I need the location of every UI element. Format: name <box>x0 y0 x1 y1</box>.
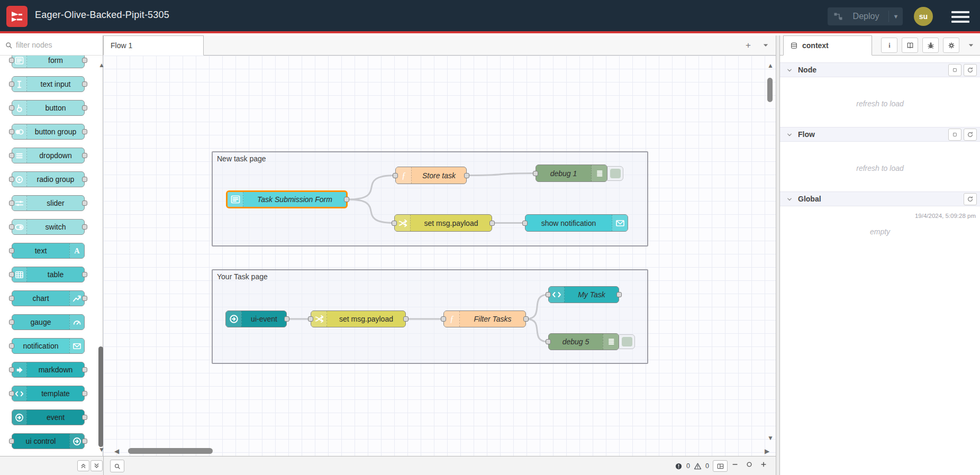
node-input-port[interactable] <box>546 292 551 297</box>
flow-node-my-task[interactable]: My Task <box>548 286 619 303</box>
node-output-port[interactable] <box>523 316 529 322</box>
node-input-port[interactable] <box>9 391 14 396</box>
node-output-port[interactable] <box>82 200 87 206</box>
help-tab-button[interactable] <box>902 38 918 53</box>
palette-expand-all-button[interactable] <box>90 460 103 471</box>
node-input-port[interactable] <box>9 343 14 349</box>
flow-node-task-submission-form[interactable]: Task Submission Form <box>226 190 348 208</box>
canvas-search-button[interactable] <box>110 460 124 472</box>
flow-node-set-msg.payload[interactable]: set msg.payload <box>311 310 406 327</box>
collapse-chevron-icon[interactable] <box>786 131 794 138</box>
node-output-port[interactable] <box>489 221 495 226</box>
palette-node-radio-group[interactable]: radio group <box>12 171 85 187</box>
node-output-port[interactable] <box>82 105 87 111</box>
warning-count-icon[interactable] <box>694 462 702 470</box>
collapse-chevron-icon[interactable] <box>786 195 794 203</box>
palette-node-button-group[interactable]: button group <box>12 124 85 140</box>
palette-collapse-all-button[interactable] <box>77 460 89 471</box>
palette-scroll-down-icon[interactable]: ▼ <box>98 446 105 453</box>
node-output-port[interactable] <box>82 224 87 230</box>
node-input-port[interactable] <box>9 200 14 206</box>
add-flow-button[interactable]: + <box>742 40 755 51</box>
hamburger-menu-icon[interactable] <box>951 11 969 23</box>
node-input-port[interactable] <box>546 339 551 344</box>
node-input-port[interactable] <box>441 316 446 322</box>
canvas-scrollbar-thumb[interactable] <box>767 78 773 102</box>
palette-node-text[interactable]: textA <box>12 243 85 259</box>
node-output-port[interactable] <box>82 296 87 301</box>
flow-refresh-button[interactable] <box>964 129 977 141</box>
flow-node-debug-1[interactable]: debug 1 <box>536 165 607 182</box>
node-output-port[interactable] <box>82 391 87 396</box>
deploy-button[interactable]: Deploy ▼ <box>828 7 903 25</box>
flow-node-set-msg.payload[interactable]: set msg.payload <box>394 214 492 232</box>
settings-tab-button[interactable] <box>943 38 959 53</box>
palette-node-notification[interactable]: notification <box>12 338 85 354</box>
palette-node-chart[interactable]: chart <box>12 290 85 306</box>
sidebar-caret-icon[interactable] <box>967 42 976 50</box>
flow-list-caret-icon[interactable] <box>762 42 770 50</box>
node-input-port[interactable] <box>9 224 14 230</box>
global-refresh-button[interactable] <box>964 193 977 205</box>
info-tab-button[interactable]: i <box>881 38 897 53</box>
node-input-port[interactable] <box>9 129 14 134</box>
tab-flow-1[interactable]: Flow 1 <box>103 35 204 56</box>
node-input-port[interactable] <box>9 319 14 325</box>
node-output-port[interactable] <box>403 316 409 322</box>
node-input-port[interactable] <box>392 221 397 226</box>
node-copy-path-button[interactable] <box>948 64 961 76</box>
canvas-hscrollbar-thumb[interactable] <box>128 448 213 454</box>
error-count-icon[interactable] <box>675 462 683 470</box>
palette-node-gauge[interactable]: gauge <box>12 314 85 330</box>
avatar[interactable]: su <box>914 7 933 26</box>
palette-node-slider[interactable]: slider <box>12 195 85 211</box>
node-output-port[interactable] <box>82 81 87 87</box>
canvas-scroll-up-icon[interactable]: ▲ <box>767 62 774 69</box>
node-output-port[interactable] <box>82 153 87 158</box>
zoom-out-button[interactable] <box>731 461 742 471</box>
node-output-port[interactable] <box>284 316 289 322</box>
node-input-port[interactable] <box>9 248 14 253</box>
node-input-port[interactable] <box>522 221 528 226</box>
palette-node-button[interactable]: button <box>12 100 85 116</box>
node-output-port[interactable] <box>82 272 87 277</box>
node-input-port[interactable] <box>9 177 14 182</box>
flow-node-store-task[interactable]: ƒStore task <box>395 167 467 184</box>
node-output-port[interactable] <box>616 292 622 297</box>
node-output-port[interactable] <box>464 173 469 178</box>
palette-filter-input[interactable] <box>16 38 99 52</box>
debug-tab-button[interactable] <box>922 38 939 53</box>
canvas-scroll-right-icon[interactable]: ▶ <box>765 448 769 454</box>
zoom-in-button[interactable] <box>760 461 770 471</box>
flow-node-debug-5[interactable]: debug 5 <box>548 333 619 350</box>
deploy-caret-icon[interactable]: ▼ <box>889 13 903 20</box>
node-refresh-button[interactable] <box>964 64 977 76</box>
palette-node-event[interactable]: event <box>12 409 85 425</box>
palette-node-table[interactable]: table <box>12 267 85 282</box>
palette-node-ui-control[interactable]: ui control <box>12 433 85 449</box>
flow-copy-path-button[interactable] <box>948 129 961 141</box>
node-input-port[interactable] <box>9 439 14 444</box>
canvas-scroll-down-icon[interactable]: ▼ <box>767 435 774 441</box>
node-red-logo-icon[interactable] <box>6 6 28 27</box>
zoom-reset-button[interactable] <box>746 461 756 471</box>
palette-node-markdown[interactable]: markdown <box>12 362 85 378</box>
node-output-port[interactable] <box>82 177 87 182</box>
node-output-port[interactable] <box>82 129 87 134</box>
palette-node-form[interactable]: form <box>12 56 85 68</box>
palette-scrollbar-thumb[interactable] <box>98 346 103 447</box>
palette-node-template[interactable]: template <box>12 386 85 401</box>
collapse-chevron-icon[interactable] <box>786 66 794 74</box>
node-input-port[interactable] <box>9 367 14 372</box>
navigator-toggle-button[interactable] <box>713 460 728 472</box>
node-input-port[interactable] <box>9 105 14 111</box>
flow-node-ui-event[interactable]: ui-event <box>225 310 287 327</box>
palette-node-dropdown[interactable]: dropdown <box>12 148 85 163</box>
node-output-port[interactable] <box>82 367 87 372</box>
node-input-port[interactable] <box>9 296 14 301</box>
flow-node-show-notification[interactable]: show notification <box>525 214 628 232</box>
node-output-port[interactable] <box>82 58 87 63</box>
node-input-port[interactable] <box>9 272 14 277</box>
flow-node-filter-tasks[interactable]: ƒFilter Tasks <box>443 310 526 327</box>
node-input-port[interactable] <box>9 58 14 63</box>
